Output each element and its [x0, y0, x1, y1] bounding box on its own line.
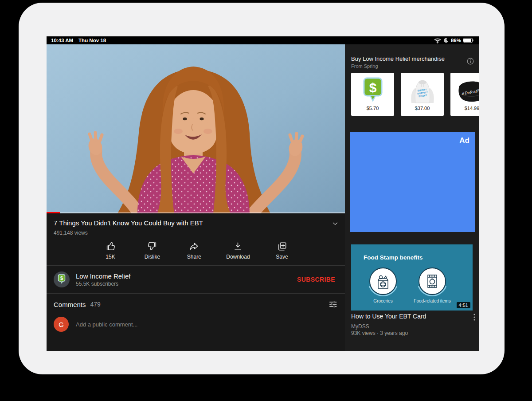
status-bar: 10:43 AM Thu Nov 18 86%	[47, 36, 479, 44]
save-button[interactable]: Save	[272, 241, 292, 260]
watch-panel: 7 Things You Didn't Know You Could Buy w…	[47, 44, 345, 351]
suggested-video-channel[interactable]: MyDSS	[351, 323, 369, 330]
tablet-screen: 10:43 AM Thu Nov 18 86%	[47, 36, 479, 351]
chevron-down-icon[interactable]	[332, 220, 339, 227]
display-ad[interactable]: Ad	[350, 132, 475, 232]
fanny-pack-image: #DefeatPov	[456, 76, 479, 105]
merch-price: $14.99	[465, 106, 479, 111]
video-title: 7 Things You Didn't Know You Could Buy w…	[54, 219, 203, 227]
video-progress-played	[47, 212, 60, 213]
comments-header[interactable]: Comments 479	[47, 294, 345, 309]
thumbs-down-icon	[147, 241, 157, 252]
sticker-dollar-symbol: $	[369, 80, 376, 95]
wifi-icon	[434, 38, 441, 43]
dislike-button[interactable]: Dislike	[142, 241, 162, 260]
video-view-count: 491,148 views	[47, 227, 345, 236]
merch-shelf: $ $5.70	[351, 73, 479, 116]
dollar-sticker-image: $	[357, 76, 389, 105]
video-progress-bar[interactable]	[47, 212, 345, 213]
save-to-playlist-icon	[277, 241, 287, 252]
status-time: 10:43 AM	[51, 38, 73, 43]
comments-count: 479	[90, 301, 101, 308]
share-label: Share	[187, 254, 201, 260]
status-date: Thu Nov 18	[78, 38, 106, 43]
download-button[interactable]: Download	[226, 241, 250, 260]
battery-percent: 86%	[451, 38, 461, 43]
thumbs-up-icon	[106, 241, 116, 252]
ad-badge: Ad	[459, 136, 469, 145]
share-icon	[189, 241, 199, 252]
merch-price: $37.00	[415, 106, 430, 111]
like-count: 15K	[106, 254, 115, 260]
hoodie-image: BIPPITY BOPPITY BROKE	[405, 76, 440, 105]
channel-row: $ Low Income Relief 55.5K subscribers SU…	[47, 266, 345, 293]
like-button[interactable]: 15K	[101, 241, 120, 260]
thumbnail-circle-label: Food-related items	[414, 299, 450, 303]
thumbnail-illustration: Food Stamp benefits	[351, 244, 473, 311]
merch-item-fanny-pack[interactable]: #DefeatPov $14.99	[450, 73, 479, 116]
download-icon	[233, 241, 243, 252]
do-not-disturb-moon-icon	[443, 38, 449, 43]
channel-avatar[interactable]: $	[54, 271, 70, 287]
thumbnail-heading: Food Stamp benefits	[364, 254, 423, 261]
merch-subtitle: From Spring	[351, 63, 464, 69]
merch-price: $5.70	[367, 106, 379, 111]
subscribe-button[interactable]: SUBSCRIBE	[297, 276, 338, 283]
channel-subscribers: 55.5K subscribers	[76, 281, 291, 287]
merch-item-sticker[interactable]: $ $5.70	[351, 73, 394, 116]
suggested-video-meta: 93K views · 3 years ago	[351, 330, 408, 336]
merch-title: Buy Low Income Relief merchandise	[351, 55, 464, 62]
comment-input[interactable]: Add a public comment...	[76, 321, 137, 328]
merch-header: Buy Low Income Relief merchandise From S…	[351, 55, 464, 69]
page: 10:43 AM Thu Nov 18 86%	[0, 0, 532, 401]
comment-composer[interactable]: G Add a public comment...	[47, 309, 345, 339]
video-frame-illustration	[47, 44, 345, 213]
battery-icon	[463, 38, 474, 43]
comments-title: Comments	[54, 301, 86, 308]
kebab-menu-icon[interactable]	[472, 313, 477, 322]
info-icon[interactable]	[467, 58, 474, 65]
sort-comments-icon[interactable]	[328, 299, 338, 309]
share-button[interactable]: Share	[184, 241, 204, 260]
suggested-video-thumbnail[interactable]: Food Stamp benefits	[351, 244, 473, 311]
channel-avatar-symbol: $	[60, 275, 63, 281]
video-player[interactable]	[47, 44, 345, 213]
save-label: Save	[276, 254, 288, 260]
related-sidebar: Buy Low Income Relief merchandise From S…	[345, 44, 479, 351]
merch-item-hoodie[interactable]: BIPPITY BOPPITY BROKE $37.00	[401, 73, 444, 116]
thumbnail-circle-label: Groceries	[373, 299, 392, 303]
video-duration-badge: 4:51	[457, 302, 470, 308]
dislike-label: Dislike	[145, 254, 160, 260]
channel-name[interactable]: Low Income Relief	[76, 272, 291, 280]
action-bar: 15K Dislike	[47, 236, 345, 260]
download-label: Download	[226, 254, 250, 260]
user-avatar[interactable]: G	[54, 317, 69, 332]
suggested-video-title[interactable]: How to Use Your EBT Card	[351, 313, 472, 320]
